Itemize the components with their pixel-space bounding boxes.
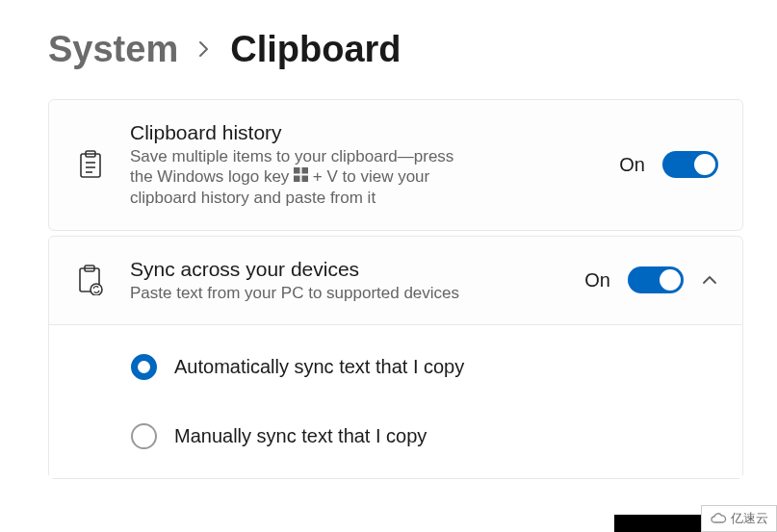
chevron-up-icon[interactable]: [701, 271, 718, 289]
sync-state-label: On: [584, 269, 610, 291]
clipboard-history-title: Clipboard history: [130, 121, 594, 144]
svg-rect-6: [302, 167, 309, 174]
breadcrumb-parent[interactable]: System: [48, 29, 178, 70]
clipboard-history-toggle[interactable]: [662, 151, 718, 178]
breadcrumb-current: Clipboard: [230, 29, 401, 70]
cloud-icon: [710, 512, 727, 525]
clipboard-history-state-label: On: [619, 154, 645, 176]
clipboard-history-card: Clipboard history Save multiple items to…: [48, 99, 743, 231]
clipboard-history-description: Save multiple items to your clipboard—pr…: [130, 146, 462, 209]
watermark: 亿速云: [614, 505, 777, 532]
radio-selected-icon: [131, 354, 157, 380]
sync-description: Paste text from your PC to supported dev…: [130, 283, 462, 303]
sync-option-manual-label: Manually sync text that I copy: [174, 425, 427, 447]
svg-rect-7: [294, 176, 300, 183]
sync-title: Sync across your devices: [130, 258, 559, 281]
clipboard-icon: [76, 150, 105, 179]
radio-unselected-icon: [131, 423, 157, 449]
svg-rect-8: [302, 176, 309, 183]
sync-toggle[interactable]: [628, 266, 684, 293]
sync-option-manual[interactable]: Manually sync text that I copy: [131, 423, 718, 449]
windows-logo-icon: [294, 166, 308, 187]
clipboard-sync-icon: [76, 266, 105, 294]
svg-rect-5: [294, 167, 300, 174]
sync-option-auto-label: Automatically sync text that I copy: [174, 356, 464, 378]
sync-options-panel: Automatically sync text that I copy Manu…: [49, 324, 742, 478]
chevron-right-icon: [197, 37, 211, 63]
svg-point-11: [91, 284, 102, 295]
breadcrumb: System Clipboard: [48, 29, 743, 70]
sync-option-auto[interactable]: Automatically sync text that I copy: [131, 354, 718, 380]
sync-devices-card: Sync across your devices Paste text from…: [48, 236, 743, 479]
